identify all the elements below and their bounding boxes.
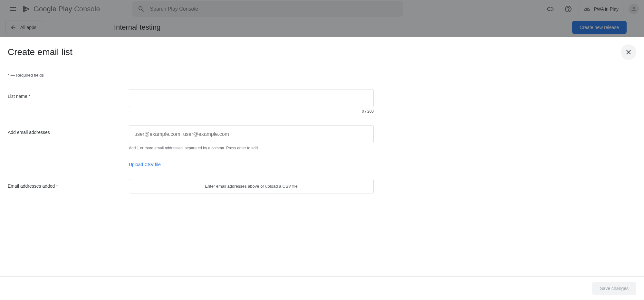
search-icon [138, 5, 145, 13]
user-avatar[interactable] [629, 4, 639, 14]
create-email-list-modal: Create email list * — Required fields Li… [0, 37, 644, 300]
person-icon [630, 6, 637, 12]
logo[interactable]: Google Play Console [22, 5, 100, 14]
modal-footer: Save changes [0, 277, 644, 300]
logo-text: Google Play Console [34, 5, 100, 13]
app-chip-label: PWA in Play [594, 6, 619, 12]
list-name-row: List name * 0 / 200 [8, 89, 636, 114]
list-name-label: List name * [8, 89, 129, 114]
help-button[interactable] [561, 1, 576, 17]
search-box[interactable] [132, 1, 403, 17]
page-title: Internal testing [114, 23, 160, 32]
link-button[interactable] [543, 1, 558, 17]
arrow-left-icon [10, 24, 16, 31]
hamburger-icon [9, 5, 17, 13]
modal-body: * — Required fields List name * 0 / 200 … [0, 60, 644, 277]
add-emails-row: Add email addresses Add 1 or more email … [8, 125, 636, 167]
play-logo-icon [22, 5, 31, 14]
add-emails-input[interactable] [129, 125, 374, 143]
save-changes-button[interactable]: Save changes [592, 282, 636, 295]
list-name-input[interactable] [129, 89, 374, 107]
all-apps-button[interactable]: All apps [5, 21, 43, 34]
required-fields-note: * — Required fields [8, 73, 636, 78]
modal-header: Create email list [0, 37, 644, 60]
modal-title: Create email list [8, 47, 72, 57]
top-bar: Google Play Console PWA in Play [0, 0, 644, 18]
search-input[interactable] [150, 6, 398, 12]
emails-added-empty-state: Enter email addresses above or upload a … [129, 179, 374, 193]
sub-header: All apps Internal testing Create new rel… [0, 18, 644, 37]
add-emails-helper: Add 1 or more email addresses, separated… [129, 146, 374, 150]
add-emails-label: Add email addresses [8, 125, 129, 167]
emails-added-label: Email addresses added * [8, 179, 129, 189]
emails-added-row: Email addresses added * Enter email addr… [8, 179, 636, 193]
app-selector-chip[interactable]: PWA in Play [579, 2, 623, 16]
close-icon [625, 48, 632, 56]
list-name-char-count: 0 / 200 [129, 109, 374, 114]
android-icon [583, 5, 591, 13]
create-release-button[interactable]: Create new release [572, 21, 627, 34]
all-apps-label: All apps [20, 25, 36, 30]
upload-csv-link[interactable]: Upload CSV file [129, 162, 161, 167]
menu-button[interactable] [5, 1, 21, 17]
close-button[interactable] [621, 44, 636, 60]
top-right-actions: PWA in Play [543, 1, 639, 17]
link-icon [546, 5, 554, 13]
help-icon [564, 5, 572, 13]
